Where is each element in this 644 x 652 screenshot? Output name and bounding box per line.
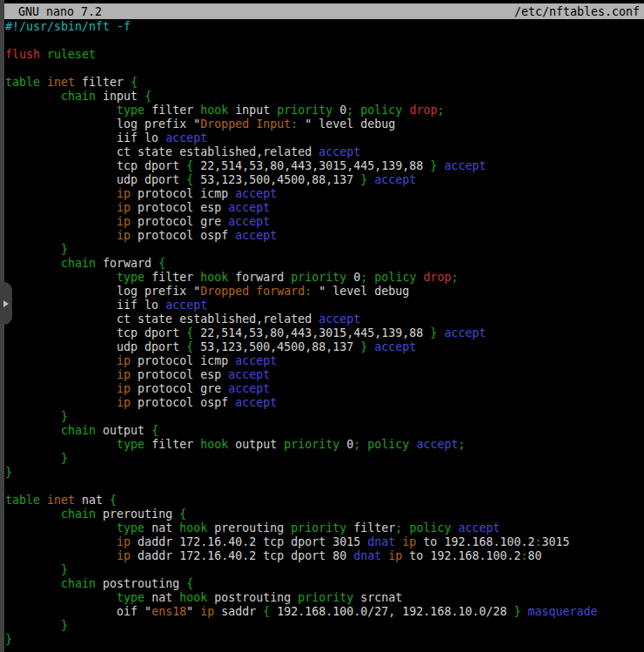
code-line: [5, 480, 644, 494]
code-line: chain forward {: [5, 257, 644, 271]
code-line: tcp dport { 22,514,53,80,443,3015,445,13…: [5, 326, 644, 340]
code-line: type nat hook postrouting priority srcna…: [5, 591, 644, 605]
code-line: #!/usr/sbin/nft -f: [5, 20, 644, 34]
code-line: ip protocol gre accept: [5, 382, 644, 396]
code-line: [5, 34, 644, 48]
code-line: type filter hook output priority 0; poli…: [5, 438, 644, 452]
open-file-path: /etc/nftables.conf: [514, 5, 640, 18]
code-line: }: [5, 619, 644, 633]
code-line: udp dport { 53,123,500,4500,88,137 } acc…: [5, 340, 644, 354]
code-line: chain input {: [5, 90, 644, 104]
editor-content[interactable]: #!/usr/sbin/nft -fflush rulesettable ine…: [5, 20, 644, 652]
nano-titlebar: GNU nano 7.2 /etc/nftables.conf: [4, 3, 644, 19]
code-line: ct state established,related accept: [5, 145, 644, 159]
code-line: ip protocol esp accept: [5, 201, 644, 215]
code-line: log prefix "Dropped Input: " level debug: [5, 118, 644, 131]
code-line: table inet nat {: [5, 494, 644, 507]
chevron-right-icon: [3, 300, 9, 307]
code-line: iif lo accept: [5, 299, 644, 313]
code-line: chain output {: [5, 424, 644, 438]
nano-app-version: GNU nano 7.2: [18, 5, 102, 18]
code-line: ip protocol gre accept: [5, 215, 644, 229]
code-line: ip daddr 172.16.40.2 tcp dport 3015 dnat…: [5, 535, 644, 549]
code-line: }: [5, 410, 644, 424]
code-line: tcp dport { 22,514,53,80,443,3015,445,13…: [5, 159, 644, 173]
code-line: type filter hook input priority 0; polic…: [5, 104, 644, 118]
code-line: ip protocol ospf accept: [5, 229, 644, 243]
code-line: udp dport { 53,123,500,4500,88,137 } acc…: [5, 173, 644, 187]
code-line: ip protocol icmp accept: [5, 354, 644, 368]
code-line: oif "ens18" ip saddr { 192.168.100.0/27,…: [5, 605, 644, 619]
code-line: chain postrouting {: [5, 577, 644, 591]
code-line: ct state established,related accept: [5, 313, 644, 326]
code-line: }: [5, 243, 644, 257]
side-panel-edge-strip: [0, 0, 4, 652]
code-line: }: [5, 452, 644, 466]
code-line: type filter hook forward priority 0; pol…: [5, 271, 644, 285]
code-line: flush ruleset: [5, 48, 644, 62]
code-line: log prefix "Dropped forward: " level deb…: [5, 285, 644, 299]
code-line: table inet filter {: [5, 76, 644, 90]
code-line: ip daddr 172.16.40.2 tcp dport 80 dnat i…: [5, 549, 644, 563]
code-line: }: [5, 633, 644, 647]
code-line: [5, 62, 644, 76]
code-line: ip protocol ospf accept: [5, 396, 644, 410]
code-line: chain prerouting {: [5, 507, 644, 521]
code-line: }: [5, 563, 644, 577]
code-line: }: [5, 466, 644, 480]
code-line: iif lo accept: [5, 131, 644, 145]
code-line: ip protocol icmp accept: [5, 187, 644, 201]
code-line: ip protocol esp accept: [5, 368, 644, 382]
side-panel-toggle-button[interactable]: [0, 282, 12, 325]
code-line: type nat hook prerouting priority filter…: [5, 521, 644, 535]
